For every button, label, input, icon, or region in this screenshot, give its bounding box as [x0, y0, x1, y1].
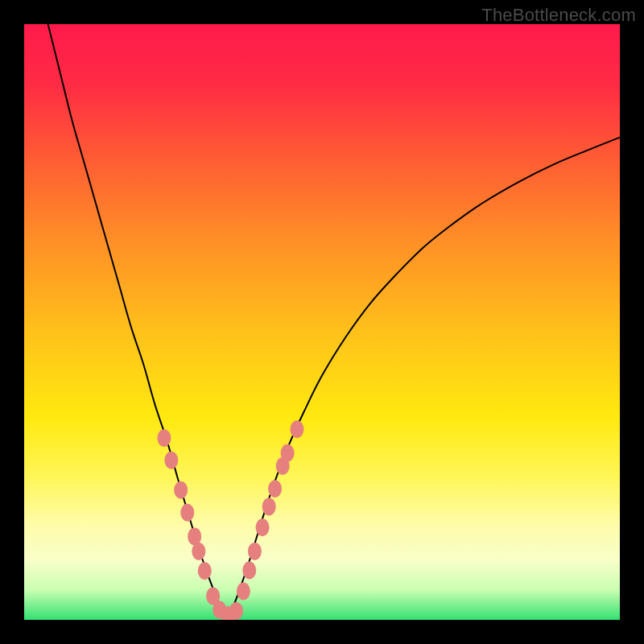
chart-svg — [24, 24, 620, 620]
highlight-dot — [164, 452, 178, 469]
highlight-dot — [237, 582, 250, 600]
highlight-dot — [180, 504, 194, 522]
highlight-dot — [242, 562, 256, 580]
highlight-dot — [256, 518, 270, 536]
outer-frame: TheBottleneck.com — [0, 0, 644, 644]
highlight-dot — [290, 420, 303, 438]
highlight-dot — [192, 543, 205, 560]
highlight-dots-group — [157, 420, 303, 620]
highlight-dot — [174, 481, 188, 499]
curve-left-branch — [48, 24, 227, 617]
highlight-dot — [281, 444, 295, 462]
watermark-text: TheBottleneck.com — [481, 5, 636, 26]
highlight-dot — [268, 480, 282, 497]
highlight-dot — [262, 497, 276, 515]
highlight-dot — [157, 429, 171, 447]
curve-right-branch — [227, 138, 620, 617]
highlight-dot — [248, 543, 262, 560]
highlight-dot — [198, 562, 212, 580]
highlight-dot — [229, 602, 243, 620]
plot-area — [24, 24, 620, 620]
